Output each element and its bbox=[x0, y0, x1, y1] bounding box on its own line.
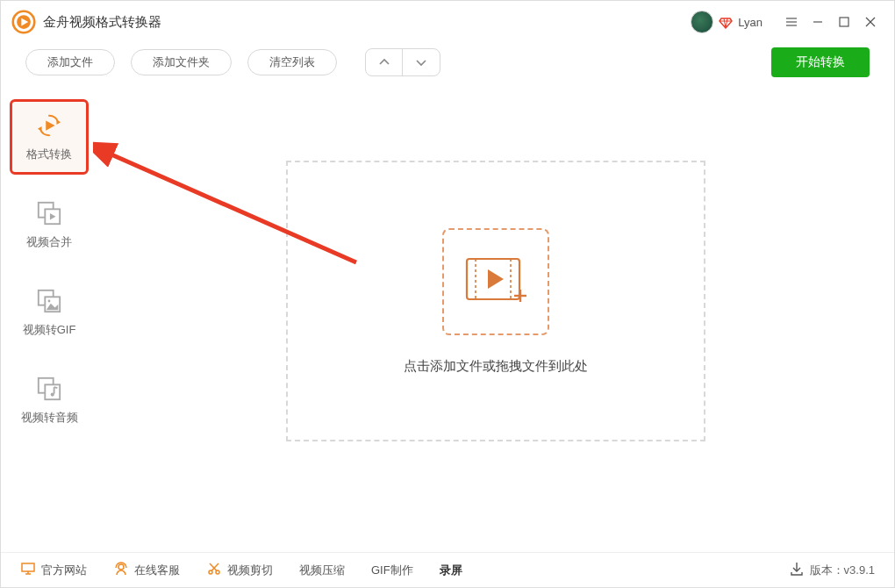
app-title: 金舟视频格式转换器 bbox=[43, 14, 161, 31]
video-audio-icon bbox=[35, 375, 63, 403]
reorder-buttons bbox=[365, 48, 440, 76]
footer-support[interactable]: 在线客服 bbox=[113, 561, 180, 579]
add-folder-button[interactable]: 添加文件夹 bbox=[131, 49, 232, 75]
avatar bbox=[691, 11, 713, 33]
version-label: 版本：v3.9.1 bbox=[810, 563, 875, 578]
footer-crop[interactable]: 视频剪切 bbox=[206, 561, 273, 579]
username: Lyan bbox=[738, 16, 763, 29]
clear-list-button[interactable]: 清空列表 bbox=[247, 49, 337, 75]
vip-diamond-icon bbox=[719, 15, 733, 29]
footer-label: 视频剪切 bbox=[227, 563, 273, 578]
svg-marker-13 bbox=[46, 120, 54, 130]
minimize-button[interactable] bbox=[805, 9, 831, 35]
svg-marker-26 bbox=[488, 269, 504, 289]
maximize-button[interactable] bbox=[831, 9, 857, 35]
footer-official-site[interactable]: 官方网站 bbox=[20, 561, 87, 579]
main-area: 格式转换 视频合并 视频转GIF 视频转音频 bbox=[1, 82, 894, 554]
svg-rect-8 bbox=[840, 18, 848, 26]
sidebar-item-label: 视频转音频 bbox=[21, 410, 78, 426]
footer-version[interactable]: 版本：v3.9.1 bbox=[789, 561, 875, 579]
footer-compress[interactable]: 视频压缩 bbox=[299, 563, 345, 578]
dropzone-icon bbox=[442, 228, 549, 335]
dropzone[interactable]: 点击添加文件或拖拽文件到此处 bbox=[286, 161, 705, 441]
menu-button[interactable] bbox=[778, 9, 805, 35]
move-up-button[interactable] bbox=[366, 49, 403, 75]
content-area: 点击添加文件或拖拽文件到此处 bbox=[97, 82, 894, 554]
sidebar-item-format-convert[interactable]: 格式转换 bbox=[10, 99, 89, 175]
sidebar-item-label: 视频合并 bbox=[26, 234, 72, 250]
footer-record[interactable]: 录屏 bbox=[440, 563, 462, 578]
svg-rect-29 bbox=[22, 563, 34, 571]
svg-marker-12 bbox=[38, 126, 42, 132]
footer-label: 视频压缩 bbox=[299, 563, 345, 578]
svg-point-32 bbox=[118, 564, 124, 570]
add-file-label: 添加文件 bbox=[47, 54, 93, 70]
footer-label: 官方网站 bbox=[41, 563, 87, 578]
video-merge-icon bbox=[35, 199, 63, 227]
toolbar: 添加文件 添加文件夹 清空列表 开始转换 bbox=[1, 43, 894, 82]
footer: 官方网站 在线客服 视频剪切 视频压缩 GIF制作 录屏 版本：v3.9.1 bbox=[1, 552, 894, 587]
download-icon bbox=[789, 561, 805, 579]
sidebar-item-label: 视频转GIF bbox=[23, 322, 76, 338]
monitor-icon bbox=[20, 561, 36, 579]
app-logo-icon bbox=[11, 10, 36, 34]
headset-icon bbox=[113, 561, 129, 579]
format-convert-icon bbox=[35, 111, 63, 140]
sidebar: 格式转换 视频合并 视频转GIF 视频转音频 bbox=[1, 82, 97, 554]
titlebar: 金舟视频格式转换器 Lyan bbox=[1, 1, 894, 43]
sidebar-item-video-audio[interactable]: 视频转音频 bbox=[10, 362, 89, 438]
svg-point-22 bbox=[51, 393, 54, 397]
add-folder-label: 添加文件夹 bbox=[153, 54, 210, 70]
video-gif-icon bbox=[35, 287, 63, 315]
scissors-icon bbox=[206, 561, 222, 579]
start-convert-button[interactable]: 开始转换 bbox=[771, 47, 870, 77]
footer-gif[interactable]: GIF制作 bbox=[371, 563, 413, 578]
svg-marker-11 bbox=[56, 119, 61, 125]
sidebar-item-video-merge[interactable]: 视频合并 bbox=[10, 187, 89, 262]
svg-point-19 bbox=[48, 300, 51, 303]
svg-rect-21 bbox=[45, 384, 60, 399]
move-down-button[interactable] bbox=[403, 49, 440, 75]
clear-list-label: 清空列表 bbox=[269, 54, 315, 70]
dropzone-hint: 点击添加文件或拖拽文件到此处 bbox=[404, 358, 588, 375]
add-file-button[interactable]: 添加文件 bbox=[25, 49, 115, 75]
sidebar-item-label: 格式转换 bbox=[26, 147, 72, 162]
footer-label: 录屏 bbox=[440, 563, 462, 578]
start-convert-label: 开始转换 bbox=[796, 54, 845, 70]
footer-label: GIF制作 bbox=[371, 563, 413, 578]
window-controls bbox=[778, 9, 884, 35]
footer-label: 在线客服 bbox=[134, 563, 180, 578]
close-button[interactable] bbox=[857, 9, 884, 35]
user-area[interactable]: Lyan bbox=[691, 11, 763, 33]
sidebar-item-video-gif[interactable]: 视频转GIF bbox=[10, 275, 89, 350]
